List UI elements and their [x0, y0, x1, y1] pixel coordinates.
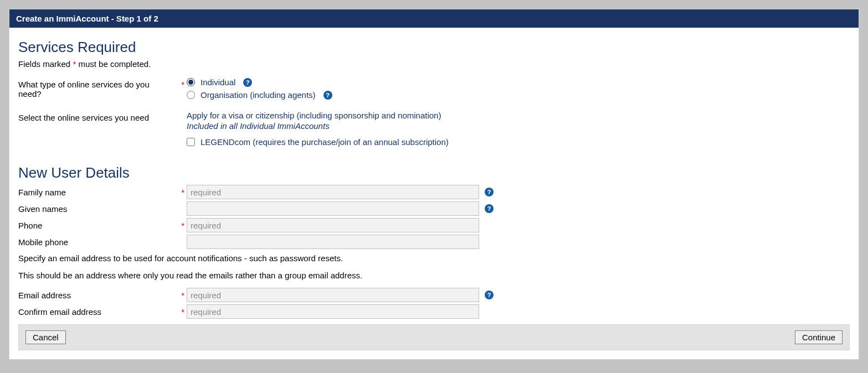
hint-suffix: must be completed. — [76, 59, 151, 69]
phone-input[interactable] — [187, 218, 479, 232]
confirm-email-input[interactable] — [187, 304, 479, 319]
radio-individual-label: Individual — [201, 77, 235, 87]
required-marker: * — [179, 77, 187, 89]
help-icon[interactable]: ? — [323, 91, 332, 100]
required-marker: * — [179, 188, 187, 197]
select-services-label: Select the online services you need — [18, 111, 179, 122]
help-icon[interactable]: ? — [485, 204, 494, 213]
radio-organisation[interactable] — [187, 91, 195, 99]
panel-title: Create an ImmiAccount - Step 1 of 2 — [9, 9, 859, 28]
help-icon[interactable]: ? — [485, 291, 494, 299]
continue-button[interactable]: Continue — [795, 330, 843, 344]
mobile-phone-label: Mobile phone — [18, 237, 179, 247]
checkbox-legendcom-label: LEGENDcom (requires the purchase/join of… — [201, 137, 449, 147]
services-heading: Services Required — [18, 39, 850, 56]
radio-individual[interactable] — [187, 78, 195, 86]
apply-visa-text: Apply for a visa or citizenship (includi… — [187, 111, 453, 120]
required-marker: * — [179, 221, 187, 230]
radio-organisation-label: Organisation (including agents) — [201, 90, 316, 100]
help-icon[interactable]: ? — [485, 188, 494, 196]
mobile-phone-input[interactable] — [187, 235, 479, 249]
checkbox-legendcom[interactable] — [187, 138, 195, 146]
email-note-2: This should be an address where only you… — [18, 271, 850, 280]
apply-visa-subtext: Included in all Individual ImmiAccounts — [187, 121, 453, 131]
confirm-email-label: Confirm email address — [18, 307, 179, 317]
cancel-button[interactable]: Cancel — [25, 330, 66, 344]
button-bar: Cancel Continue — [18, 324, 850, 350]
given-names-input[interactable] — [187, 201, 479, 216]
required-marker: * — [179, 307, 187, 317]
user-details-heading: New User Details — [18, 164, 850, 182]
service-type-question: What type of online services do you need… — [18, 77, 179, 99]
family-name-label: Family name — [18, 188, 179, 197]
required-marker: * — [179, 291, 187, 300]
email-note-1: Specify an email address to be used for … — [18, 253, 850, 263]
help-icon[interactable]: ? — [243, 78, 252, 87]
hint-prefix: Fields marked — [18, 59, 73, 69]
required-fields-hint: Fields marked * must be completed. — [18, 59, 850, 69]
phone-label: Phone — [18, 221, 179, 230]
given-names-label: Given names — [18, 204, 179, 214]
email-input[interactable] — [187, 288, 479, 302]
email-label: Email address — [18, 291, 179, 300]
family-name-input[interactable] — [187, 185, 479, 199]
form-panel: Create an ImmiAccount - Step 1 of 2 Serv… — [9, 9, 859, 360]
